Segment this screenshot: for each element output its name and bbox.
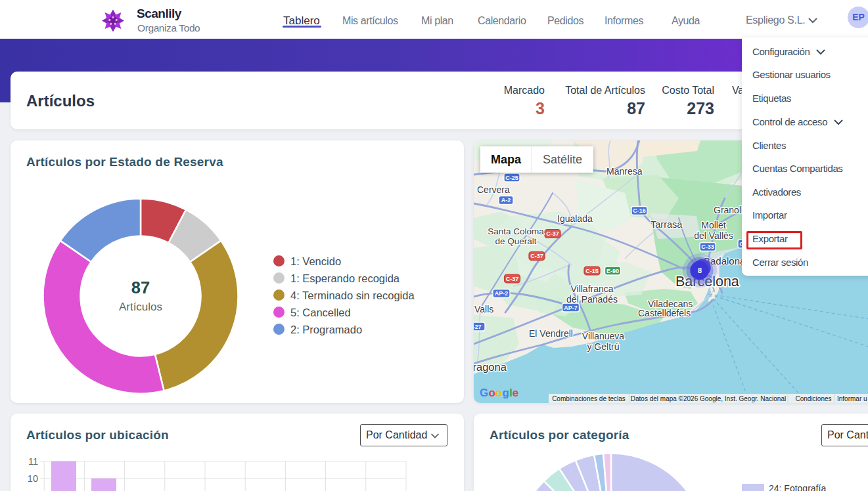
svg-text:del Vallès: del Vallès: [694, 230, 733, 241]
svg-text:g: g: [503, 387, 509, 399]
svg-text:C-37: C-37: [506, 276, 519, 282]
svg-text:Villanueva: Villanueva: [582, 331, 625, 341]
svg-text:e: e: [513, 387, 518, 399]
svg-text:A-2: A-2: [501, 197, 511, 203]
svg-text:C-37: C-37: [546, 230, 559, 237]
svg-text:8: 8: [698, 267, 702, 274]
svg-text:o: o: [495, 387, 502, 399]
svg-text:Mollet: Mollet: [701, 220, 725, 230]
svg-text:C-33: C-33: [701, 244, 714, 250]
svg-text:E-90: E-90: [606, 268, 619, 274]
svg-text:Villafranca: Villafranca: [570, 284, 613, 294]
svg-text:y Geltrú: y Geltrú: [587, 341, 619, 352]
svg-text:Condiciones: Condiciones: [795, 395, 831, 402]
svg-text:Valls: Valls: [474, 304, 493, 314]
svg-text:AP-7: AP-7: [564, 305, 578, 311]
svg-text:Mapa: Mapa: [491, 153, 522, 166]
svg-text:Combinaciones de teclas: Combinaciones de teclas: [552, 395, 626, 402]
svg-text:11: 11: [28, 456, 38, 467]
svg-text:C-37: C-37: [530, 253, 543, 259]
svg-text:Datos del mapa ©2026 Google, I: Datos del mapa ©2026 Google, Inst. Geogr…: [631, 395, 786, 402]
svg-text:Informar u: Informar u: [837, 395, 867, 402]
svg-text:de Queralt: de Queralt: [495, 236, 536, 246]
svg-text:C-15: C-15: [585, 268, 599, 274]
svg-text:El Vendrell: El Vendrell: [529, 328, 573, 339]
svg-text:Tarrasa: Tarrasa: [651, 219, 683, 230]
svg-text:AP-2: AP-2: [495, 290, 509, 297]
svg-text:-27: -27: [474, 324, 482, 330]
svg-text:o: o: [489, 387, 495, 399]
svg-text:Castelldefels: Castelldefels: [638, 308, 691, 318]
svg-text:10: 10: [28, 473, 38, 484]
svg-text:Igualada: Igualada: [557, 213, 593, 224]
svg-text:Cervera: Cervera: [477, 184, 510, 195]
svg-text:G: G: [480, 387, 488, 399]
svg-text:Santa Coloma: Santa Coloma: [488, 226, 544, 236]
svg-text:rragona: rragona: [474, 361, 507, 373]
svg-text:Satélite: Satélite: [543, 153, 582, 166]
svg-text:C-25: C-25: [505, 175, 518, 181]
svg-text:del Panadés: del Panadés: [566, 294, 618, 305]
svg-text:C-16: C-16: [633, 207, 646, 214]
svg-text:Manresa: Manresa: [606, 166, 643, 177]
